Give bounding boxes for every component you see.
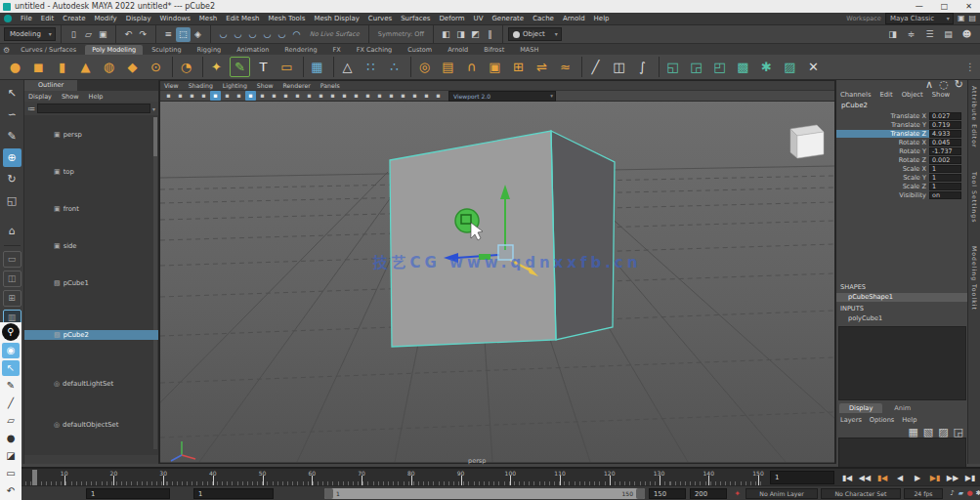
anim-start-field[interactable]: 1 [193, 488, 274, 499]
open-scene-icon[interactable]: ▱ [81, 27, 96, 42]
use-all-lights-icon[interactable]: ▪ [362, 91, 373, 101]
duplicate-face-icon[interactable]: ⊞ [508, 57, 529, 77]
viewport-menu-renderer[interactable]: Renderer [283, 82, 311, 89]
overlay-cursor-icon[interactable]: ↖ [2, 360, 20, 376]
layer-tab-display[interactable]: Display [839, 403, 882, 413]
lock-camera-icon[interactable]: ▪ [175, 91, 186, 101]
poly-torus-icon[interactable]: ◍ [99, 57, 119, 77]
type-tool-icon[interactable]: T [253, 57, 274, 77]
snap-to-view-plane-icon[interactable]: ◡ [275, 27, 289, 42]
poly-plane-icon[interactable]: ◆ [122, 57, 143, 77]
current-frame-field[interactable]: 1 [770, 471, 834, 484]
retopologize-icon[interactable]: ✱ [756, 57, 777, 77]
textured-icon[interactable]: ▪ [351, 91, 362, 101]
workspace-selector[interactable]: Maya Classic [885, 13, 954, 24]
channel-row-translate-y[interactable]: Translate Y0.719 [836, 120, 968, 129]
selected-cube-pcube2[interactable] [390, 131, 615, 347]
safe-action-icon[interactable]: ▪ [304, 91, 315, 101]
layout-single-pane-icon[interactable]: ▭ [3, 251, 21, 268]
poly-sphere-icon[interactable]: ● [5, 57, 25, 77]
render-view-icon[interactable]: ◧ [439, 27, 453, 42]
step-back-frame-button[interactable]: ◀◀ [856, 474, 873, 482]
channel-value-field[interactable]: on [929, 191, 961, 199]
time-slider-playhead[interactable] [32, 470, 37, 486]
channel-value-field[interactable]: 4.933 [929, 130, 961, 138]
outliner-search-input[interactable] [37, 104, 150, 113]
shelf-tab-custom[interactable]: Custom [401, 45, 439, 55]
channel-row-rotate-x[interactable]: Rotate X0.045 [836, 138, 968, 146]
menu-mesh-tools[interactable]: Mesh Tools [268, 15, 305, 22]
outliner-item-front[interactable]: ▣front [24, 204, 158, 214]
menu-deform[interactable]: Deform [439, 15, 464, 22]
poly-cone-icon[interactable]: ▲ [75, 57, 96, 77]
channel-row-translate-x[interactable]: Translate X0.027 [836, 111, 968, 120]
viewport-menu-view[interactable]: View [164, 82, 179, 89]
dock-tab-attribute-editor[interactable]: Attribute Editor [971, 86, 978, 148]
range-slider-bar[interactable]: 1 150 [324, 488, 645, 499]
shelf-tab-mash[interactable]: MASH [513, 45, 545, 55]
outliner-item-top[interactable]: ▣top [24, 167, 158, 177]
menu-display[interactable]: Display [126, 15, 151, 22]
menu-cache[interactable]: Cache [533, 15, 554, 22]
playback-start-field[interactable]: 1 [86, 488, 170, 499]
channel-value-field[interactable]: 0.045 [929, 139, 961, 146]
symmetry-dropdown[interactable]: Symmetry: Off [374, 30, 428, 38]
sculpt-tool-icon[interactable]: ◔ [176, 57, 196, 77]
lasso-tool-icon[interactable]: ∽ [3, 105, 21, 124]
tool-settings-toggle-icon[interactable]: ≑ [904, 27, 918, 42]
undo-stroke-icon[interactable]: ↶ [2, 483, 20, 499]
scale-tool-icon[interactable]: ◱ [3, 191, 21, 210]
layout-two-pane-icon[interactable]: ◫ [3, 271, 21, 287]
menu-surfaces[interactable]: Surfaces [401, 15, 430, 22]
rotate-tool-icon[interactable]: ↻ [3, 170, 21, 188]
channel-value-field[interactable]: 1 [929, 165, 961, 173]
menu-file[interactable]: File [21, 15, 32, 22]
new-empty-layer-icon[interactable]: ▦ [908, 427, 917, 438]
attribute-editor-toggle-icon[interactable]: ◨ [885, 27, 900, 42]
boolean-union-icon[interactable]: ◱ [662, 57, 683, 77]
menu-curves[interactable]: Curves [368, 15, 392, 22]
channel-value-field[interactable]: 0.002 [929, 156, 961, 164]
uv-editor-icon[interactable]: ▦ [307, 57, 327, 77]
menu-create[interactable]: Create [63, 15, 85, 22]
menu-mesh[interactable]: Mesh [199, 15, 217, 22]
object-type-dropdown[interactable]: Object [508, 27, 562, 41]
manip-update-icon[interactable]: ↻ [955, 79, 963, 90]
fps-dropdown[interactable]: 24 fps [904, 488, 943, 499]
multi-cut-icon[interactable]: △ [337, 57, 358, 77]
channel-row-visibility[interactable]: Visibilityon [836, 190, 968, 199]
channel-box-menu-object[interactable]: Object [902, 91, 923, 99]
highlighter-tool-icon[interactable]: ▱ [2, 413, 20, 429]
mirror-icon[interactable]: ⇌ [532, 57, 552, 77]
character-set-dropdown[interactable]: No Character Set [821, 488, 901, 499]
input-node[interactable]: polyCube1 [836, 314, 968, 323]
outliner-item-pCube2[interactable]: ▧pCube2 [24, 330, 158, 340]
playback-end-field[interactable]: 200 [690, 488, 727, 499]
layer-menu-help[interactable]: Help [902, 416, 916, 424]
outliner-item-persp[interactable]: ▣persp [24, 130, 158, 140]
menu-windows[interactable]: Windows [160, 15, 191, 22]
outliner-item-defaultObjectSet[interactable]: ◎defaultObjectSet [24, 420, 158, 430]
multisample-aa-icon[interactable]: ▪ [409, 91, 420, 101]
layout-four-pane-icon[interactable]: ⊞ [3, 290, 21, 307]
poly-cube-icon[interactable]: ◼ [28, 57, 49, 77]
rebuild-curve-icon[interactable]: ◫ [609, 57, 629, 77]
animation-preferences-icon[interactable]: ✱ [972, 487, 980, 500]
shelf-tab-sculpting[interactable]: Sculpting [145, 45, 188, 55]
create-polygon-icon[interactable]: ∴ [384, 57, 405, 77]
renderer-badge[interactable]: Viewport 2.0 [448, 91, 556, 102]
viewport-menu-show[interactable]: Show [257, 82, 274, 89]
snap-to-point-icon[interactable]: ◡ [245, 27, 260, 42]
2d-pan-zoom-icon[interactable]: ▪ [222, 91, 233, 101]
dock-tab-modeling-toolkit[interactable]: Modeling Toolkit [971, 246, 978, 311]
menu-edit-mesh[interactable]: Edit Mesh [226, 15, 259, 22]
outliner-item-pCube1[interactable]: ▧pCube1 [24, 278, 158, 288]
shaded-icon[interactable]: ▪ [339, 91, 350, 101]
minimize-button[interactable]: — [916, 2, 923, 11]
menu-arnold[interactable]: Arnold [563, 15, 585, 22]
poly-disc-icon[interactable]: ⊙ [146, 57, 166, 77]
safe-title-icon[interactable]: ▪ [316, 91, 326, 101]
channel-value-field[interactable]: 0.719 [929, 121, 961, 129]
resolution-gate-icon[interactable]: ▪ [269, 91, 279, 101]
render-current-frame-icon[interactable]: ◨ [453, 27, 468, 42]
